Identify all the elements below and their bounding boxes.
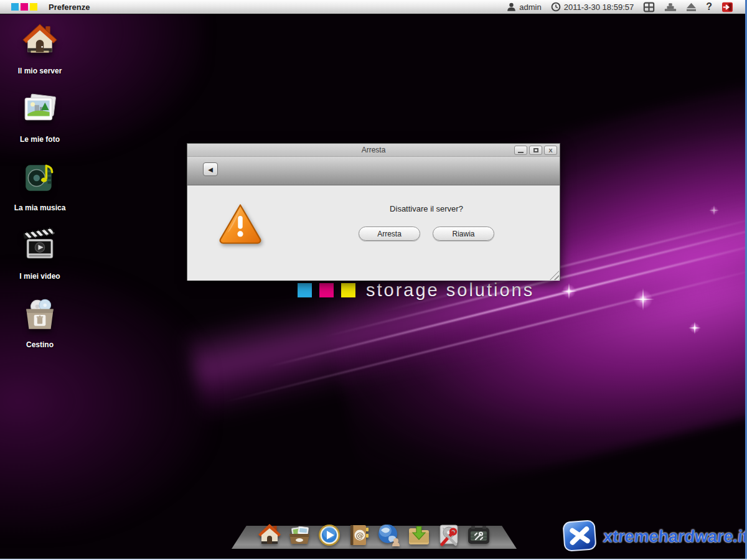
- dock-item-home[interactable]: [257, 523, 282, 548]
- window-controls: X: [514, 146, 557, 155]
- storage-solutions-branding: storage solutions: [298, 281, 534, 299]
- desktop-item-trash[interactable]: Cestino: [5, 294, 75, 362]
- brand-logo-squares: [11, 3, 37, 11]
- arresta-button[interactable]: Arresta: [359, 226, 420, 241]
- sparkle-star: [709, 205, 719, 215]
- dock-item-downloads[interactable]: [406, 523, 431, 548]
- music-icon: [22, 159, 58, 195]
- clock-icon: [551, 2, 561, 12]
- disk-tools-icon: [436, 523, 461, 548]
- desktop-item-label: Le mie foto: [20, 135, 60, 144]
- dock-item-photos[interactable]: [287, 523, 312, 548]
- brand-square-cyan: [298, 283, 312, 297]
- desktop-item-label: Cestino: [26, 340, 54, 349]
- riavvia-button[interactable]: Riawia: [433, 226, 494, 241]
- desktop-item-label: La mia musica: [14, 203, 66, 212]
- desktop-item-my-music[interactable]: La mia musica: [5, 157, 75, 225]
- trash-icon: [22, 296, 58, 332]
- back-button[interactable]: ◀: [203, 162, 218, 176]
- watermark-text: xtremehardware.it: [603, 527, 747, 546]
- address-book-icon: @: [347, 523, 372, 548]
- dock-item-toolbox[interactable]: [466, 523, 491, 548]
- maximize-button[interactable]: [529, 146, 542, 155]
- brand-square-yellow: [341, 283, 355, 297]
- dock-item-media-player[interactable]: [317, 523, 342, 548]
- dialog-buttons: Arresta Riawia: [342, 226, 511, 241]
- arresta-dialog: Arresta X ◀: [187, 143, 560, 281]
- media-player-icon: [317, 523, 342, 548]
- download-folder-icon: [406, 523, 431, 548]
- user-menu[interactable]: admin: [507, 2, 541, 12]
- app-grid-button[interactable]: [643, 2, 655, 12]
- video-icon: [22, 228, 58, 264]
- dock-item-contacts[interactable]: @: [347, 523, 372, 548]
- dialog-content: Disattivare il server? Arresta Riawia: [187, 185, 560, 281]
- branding-text: storage solutions: [366, 280, 534, 301]
- logo-square-yellow: [30, 3, 37, 11]
- dock: @: [232, 523, 517, 548]
- user-icon: [507, 2, 516, 12]
- desktop-item-my-server[interactable]: Il mio server: [5, 20, 75, 88]
- maximize-icon: [533, 148, 538, 152]
- clock-display: 2011-3-30 18:59:57: [551, 2, 634, 12]
- dialog-titlebar[interactable]: Arresta X: [187, 144, 560, 157]
- minimize-icon: [518, 152, 524, 153]
- datetime: 2011-3-30 18:59:57: [564, 2, 634, 12]
- eject-icon: [686, 2, 697, 12]
- logo-square-cyan: [11, 3, 19, 11]
- minimize-button[interactable]: [514, 146, 527, 155]
- logo-square-magenta: [21, 3, 28, 11]
- warning-icon: [218, 203, 262, 244]
- globe-user-icon: [377, 523, 402, 548]
- help-button[interactable]: ?: [706, 1, 712, 12]
- svg-text:@: @: [356, 531, 364, 540]
- dialog-message: Disattivare il server?: [342, 204, 511, 213]
- logout-icon: [721, 2, 733, 12]
- xtremehardware-watermark: xtremehardware.it: [562, 520, 747, 553]
- photo-box-icon: [287, 523, 312, 548]
- close-button[interactable]: X: [544, 146, 557, 155]
- dock-item-network[interactable]: [377, 523, 402, 548]
- menu-preferenze[interactable]: Preferenze: [49, 2, 90, 12]
- brand-square-magenta: [319, 283, 334, 297]
- home-icon: [22, 22, 58, 58]
- dialog-title: Arresta: [187, 146, 560, 154]
- dock-item-disk-utility[interactable]: [436, 523, 461, 548]
- app-grid-icon: [643, 2, 655, 12]
- photos-icon: [22, 91, 58, 127]
- desktop-icon-list: Il mio server Le mie foto: [5, 20, 75, 362]
- resize-grip[interactable]: [550, 271, 559, 280]
- eject-button[interactable]: [686, 2, 697, 12]
- desktop-item-my-videos[interactable]: I miei video: [5, 225, 75, 294]
- toolbox-icon: [466, 523, 491, 548]
- desktop-item-label: Il mio server: [18, 67, 62, 75]
- sparkle-star: [688, 322, 701, 334]
- home-icon: [257, 523, 282, 548]
- status-button[interactable]: [664, 2, 677, 12]
- menubar: Preferenze admin 2011-3-30 18:59:57: [0, 0, 747, 14]
- desktop-item-label: I miei video: [19, 272, 60, 281]
- status-icon: [664, 2, 677, 12]
- xtremehardware-logo-icon: [562, 520, 598, 553]
- desktop-item-my-photos[interactable]: Le mie foto: [5, 88, 75, 157]
- dialog-toolbar: ◀: [187, 157, 560, 185]
- username: admin: [519, 2, 541, 12]
- logout-button[interactable]: [721, 2, 733, 12]
- desktop-screen: Preferenze admin 2011-3-30 18:59:57: [0, 0, 747, 560]
